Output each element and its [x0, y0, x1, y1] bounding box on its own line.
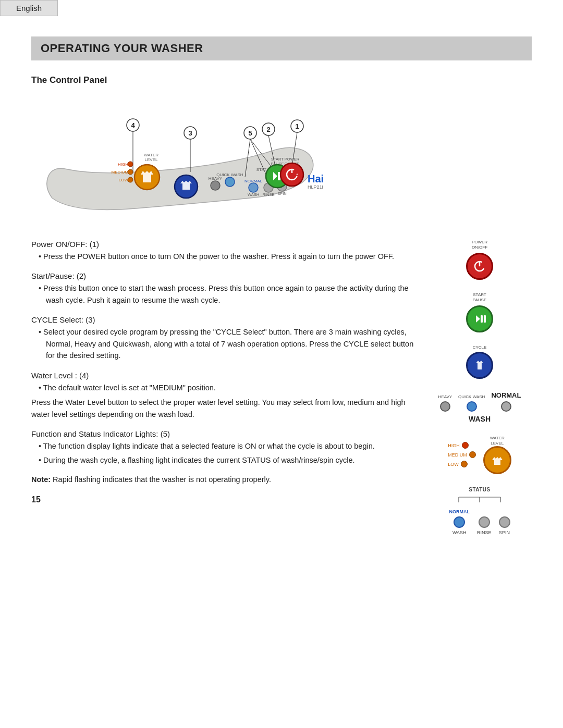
status-section: Function and Status Indicator Lights: (5…: [31, 429, 417, 466]
power-button-icon[interactable]: [466, 253, 493, 280]
high-dot[interactable]: [462, 442, 469, 449]
cycle-section: CYCLE Select: (3) Select your desired cy…: [31, 315, 417, 361]
svg-text:LEVEL: LEVEL: [145, 157, 158, 162]
icons-column: POWERON/OFF STARTPAUSE: [427, 240, 532, 535]
power-label: Power ON/OFF: (1): [31, 240, 417, 249]
page-number: 15: [31, 495, 417, 504]
control-panel-diagram: 4 3 5 2 1 W: [31, 94, 532, 229]
wash-status-label: WASH: [452, 530, 467, 535]
normal-dot-group: NORMAL: [491, 391, 521, 412]
svg-point-34: [249, 183, 258, 192]
normal-label: NORMAL: [491, 391, 521, 399]
svg-point-48: [280, 163, 303, 186]
svg-marker-55: [476, 315, 480, 323]
cycle-icon-group: CYCLE: [466, 345, 493, 379]
svg-text:WATER: WATER: [144, 153, 158, 157]
heavy-dot-label: HEAVY: [438, 394, 452, 399]
status-label: Function and Status Indicator Lights: (5…: [31, 429, 417, 438]
quickwash-dot[interactable]: [467, 401, 477, 412]
medium-dot[interactable]: [469, 451, 476, 458]
wash-select-group: HEAVY QUICK WASH NORMAL WASH: [438, 391, 521, 423]
cycle-label: CYCLE Select: (3): [31, 315, 417, 324]
rinse-status-dot[interactable]: [479, 516, 490, 528]
start-pause-button-icon[interactable]: [466, 305, 493, 332]
svg-point-22: [128, 169, 133, 175]
spin-status-label: SPIN: [499, 530, 510, 535]
quickwash-dot-group: QUICK WASH: [458, 394, 485, 412]
low-dot[interactable]: [461, 461, 468, 467]
svg-text:WASH: WASH: [248, 192, 259, 197]
start-pause-bullet-0: Press this button once to start the wash…: [39, 282, 417, 306]
svg-text:SPIN: SPIN: [277, 191, 287, 196]
svg-text:START: START: [271, 157, 284, 162]
svg-text:RINSE: RINSE: [263, 192, 275, 197]
medium-row: MEDIUM: [448, 451, 476, 458]
rinse-status-group: RINSE: [477, 507, 492, 535]
cycle-icon-label: CYCLE: [473, 345, 487, 350]
start-pause-icon-label: STARTPAUSE: [473, 292, 487, 303]
heavy-dot-group: HEAVY: [438, 394, 452, 412]
note-bold: Note:: [31, 475, 51, 484]
svg-text:3: 3: [188, 129, 192, 137]
cycle-button-icon[interactable]: [466, 352, 493, 379]
quickwash-dot-label: QUICK WASH: [458, 394, 485, 399]
svg-text:HLP21N: HLP21N: [308, 184, 323, 190]
wash-status-group: NORMAL WASH: [449, 509, 470, 535]
normal-status-label: NORMAL: [449, 509, 470, 514]
power-bullet-0: Press the POWER button once to turn ON t…: [39, 251, 417, 262]
text-column: Power ON/OFF: (1) Press the POWER button…: [31, 240, 417, 535]
svg-text:Haier: Haier: [308, 173, 323, 184]
power-icon-group: POWERON/OFF: [466, 240, 493, 280]
water-level-section: Water Level : (4) The default water leve…: [31, 371, 417, 420]
rinse-status-label: RINSE: [477, 530, 492, 535]
status-dots-row: NORMAL WASH RINSE SPIN: [449, 507, 510, 535]
section-title: The Control Panel: [31, 75, 532, 85]
svg-text:POWER: POWER: [285, 157, 300, 162]
start-pause-icon-group: STARTPAUSE: [466, 292, 493, 332]
page-title: OPERATING YOUR WASHER: [41, 42, 522, 55]
high-row: HIGH: [448, 442, 476, 449]
svg-text:QUICK WASH: QUICK WASH: [216, 172, 243, 177]
svg-point-20: [128, 162, 133, 167]
content-layout: Power ON/OFF: (1) Press the POWER button…: [31, 240, 532, 535]
low-row: LOW: [448, 461, 476, 467]
low-label: LOW: [448, 462, 459, 467]
svg-text:1: 1: [295, 122, 299, 130]
panel-svg: 4 3 5 2 1 W: [31, 94, 323, 229]
svg-text:LOW: LOW: [119, 178, 129, 182]
power-section: Power ON/OFF: (1) Press the POWER button…: [31, 240, 417, 262]
high-label: HIGH: [448, 443, 460, 448]
svg-text:MEDIUM: MEDIUM: [112, 170, 129, 175]
svg-text:5: 5: [248, 129, 252, 137]
svg-text:4: 4: [131, 121, 135, 129]
svg-point-31: [225, 177, 235, 187]
svg-point-29: [211, 181, 220, 190]
water-level-icon-label: WATERLEVEL: [490, 436, 505, 447]
status-icon-group: STATUS NORMAL WASH: [448, 487, 511, 535]
svg-text:2: 2: [266, 126, 270, 133]
spin-status-group: SPIN: [499, 507, 510, 535]
start-pause-section: Start/Pause: (2) Press this button once …: [31, 272, 417, 306]
cycle-bullet-0: Select your desired cycle program by pre…: [39, 326, 417, 361]
svg-rect-56: [481, 315, 483, 323]
svg-rect-57: [484, 315, 486, 323]
water-level-extra: Press the Water Level button to select t…: [31, 397, 417, 420]
language-tab: English: [0, 0, 58, 16]
normal-dot[interactable]: [501, 401, 511, 412]
heavy-dot[interactable]: [440, 401, 450, 412]
svg-text:HIGH: HIGH: [118, 162, 128, 167]
page-header: OPERATING YOUR WASHER: [31, 36, 532, 60]
water-level-bullet-0: The default water level is set at "MEDIU…: [39, 382, 417, 393]
power-icon-label: POWERON/OFF: [472, 240, 487, 251]
medium-label: MEDIUM: [448, 452, 467, 458]
water-level-label: Water Level : (4): [31, 371, 417, 380]
wash-status-dot[interactable]: [454, 516, 465, 528]
water-icon-circle[interactable]: [483, 446, 511, 474]
spin-status-dot[interactable]: [499, 516, 510, 528]
status-bullet-0: The function display lights indicate tha…: [39, 440, 417, 452]
water-level-icon-group: HIGH MEDIUM LOW WATERLEVEL: [448, 436, 511, 475]
wash-label: WASH: [469, 415, 491, 423]
status-title: STATUS: [469, 487, 491, 492]
note-text: Rapid flashing indicates that the washer…: [51, 475, 271, 484]
svg-point-24: [128, 177, 133, 182]
